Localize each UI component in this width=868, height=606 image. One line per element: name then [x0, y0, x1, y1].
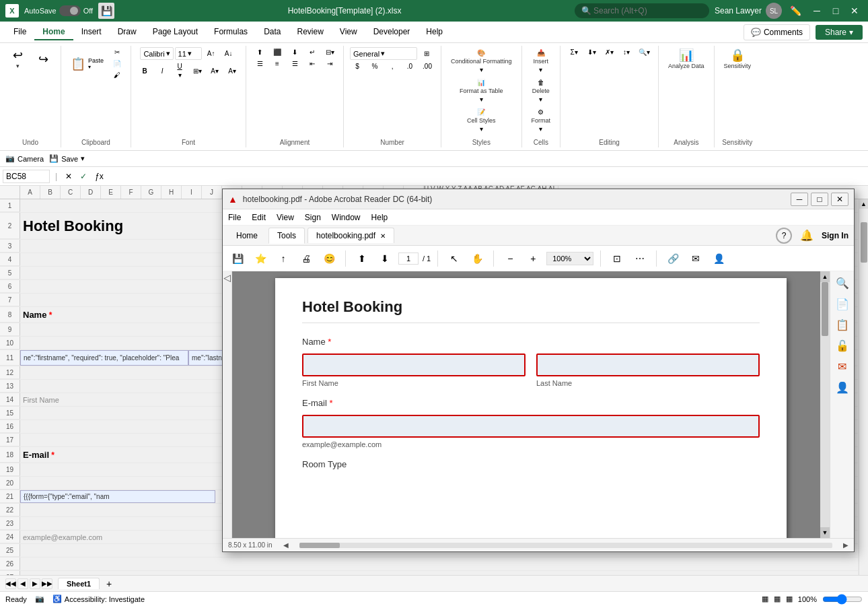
acrobat-collapse-icon[interactable]: ▷ [223, 274, 231, 285]
acrobat-save-tool[interactable]: 💾 [228, 249, 247, 268]
formula-input[interactable] [109, 170, 865, 182]
acrobat-minimize-button[interactable]: ─ [791, 193, 808, 206]
comments-button[interactable]: 💬 Comments [744, 24, 810, 40]
acrobat-select-tool[interactable]: ↖ [445, 249, 464, 268]
conditional-formatting-button[interactable]: 🎨 Conditional Formatting ▾ [447, 47, 516, 75]
number-format-dialog[interactable]: ⊞ [419, 48, 435, 59]
fill-color-button[interactable]: A▾ [207, 66, 223, 76]
close-button[interactable]: ✕ [846, 3, 863, 19]
col-header-i[interactable]: I [182, 186, 202, 199]
first-sheet-button[interactable]: ◀◀ [5, 578, 16, 589]
save-button[interactable]: 💾 Save ▾ [49, 154, 85, 163]
camera-button[interactable]: 📷 Camera [5, 154, 44, 163]
col-header-d[interactable]: D [81, 186, 101, 199]
acrobat-zoom-select[interactable]: 100% 75% 125% 150% [546, 252, 593, 265]
acrobat-tab-tools[interactable]: Tools [268, 228, 305, 244]
acrobat-help-icon[interactable]: ? [776, 228, 792, 244]
sort-button[interactable]: ↕▾ [618, 47, 635, 57]
acrobat-hscrollbar[interactable] [299, 543, 832, 548]
acrobat-hscroll-thumb[interactable] [299, 543, 340, 548]
number-format-dropdown[interactable]: General ▾ [350, 47, 417, 60]
acrobat-right-email-icon[interactable]: ✉ [838, 360, 846, 373]
acrobat-scroll-up[interactable]: ▲ [820, 271, 830, 282]
scroll-up-arrow[interactable]: ▲ [859, 199, 868, 209]
add-sheet-button[interactable]: + [102, 577, 116, 591]
border-button[interactable]: ⊞▾ [189, 66, 205, 76]
acrobat-scroll-down[interactable]: ▼ [820, 527, 830, 538]
format-table-button[interactable]: 📊 Format as Table ▾ [456, 77, 507, 105]
cell-styles-button[interactable]: 📝 Cell Styles ▾ [463, 106, 500, 135]
col-header-a[interactable]: A [20, 186, 40, 199]
clear-button[interactable]: ✗▾ [601, 47, 617, 57]
acrobat-menu-help[interactable]: Help [371, 213, 388, 222]
insert-button[interactable]: 📥 Insert ▾ [529, 47, 553, 75]
acrobat-vscrollbar[interactable]: ▲ ▼ [820, 271, 830, 538]
tab-data[interactable]: Data [256, 24, 289, 40]
autosave-toggle[interactable] [59, 5, 81, 16]
vertical-scrollbar[interactable]: ▲ ▼ [859, 199, 868, 606]
delete-button[interactable]: 🗑 Delete ▾ [528, 77, 554, 105]
confirm-formula-icon[interactable]: ✓ [77, 172, 89, 181]
cell-reference-box[interactable] [3, 170, 50, 183]
pdf-lastname-input[interactable] [536, 354, 760, 376]
autosave-control[interactable]: AutoSave Off [24, 5, 93, 16]
zoom-slider[interactable] [822, 594, 863, 605]
undo-button[interactable]: ↩ ▾ [5, 47, 30, 71]
format-painter-button[interactable]: 🖌 [109, 70, 125, 80]
bold-button[interactable]: B [137, 66, 153, 76]
acrobat-restore-button[interactable]: □ [811, 193, 828, 206]
tab-insert[interactable]: Insert [73, 24, 110, 40]
acrobat-page-input[interactable] [398, 252, 419, 265]
acrobat-scroll-thumb[interactable] [822, 282, 828, 336]
acrobat-tab-home[interactable]: Home [228, 228, 266, 243]
font-name-dropdown[interactable]: Calibri ▾ [140, 47, 173, 60]
tab-page-layout[interactable]: Page Layout [145, 24, 206, 40]
acrobat-zoom-out[interactable]: − [501, 249, 519, 268]
acrobat-menu-sign[interactable]: Sign [305, 213, 321, 222]
merge-button[interactable]: ⊟▾ [322, 47, 338, 57]
acrobat-comment-tool[interactable]: 😊 [320, 249, 338, 268]
acrobat-page-area[interactable]: Hotel Booking Name * First Name Last Nam… [232, 271, 830, 538]
acrobat-right-user-icon[interactable]: 👤 [836, 381, 849, 394]
col-header-g[interactable]: G [141, 186, 161, 199]
autosum-button[interactable]: Σ▾ [566, 47, 582, 57]
col-header-h[interactable]: H [161, 186, 182, 199]
tab-draw[interactable]: Draw [110, 24, 145, 40]
tab-file[interactable]: File [5, 24, 34, 40]
currency-button[interactable]: $ [349, 61, 365, 71]
sheet-tab-sheet1[interactable]: Sheet1 [58, 578, 100, 589]
increase-decimal-button[interactable]: .00 [419, 61, 435, 71]
acrobat-scroll-track[interactable] [820, 282, 830, 527]
acrobat-more-tools[interactable]: ⋯ [630, 249, 649, 268]
find-button[interactable]: 🔍▾ [636, 47, 653, 57]
pdf-firstname-input[interactable] [302, 354, 526, 376]
col-header-b[interactable]: B [40, 186, 61, 199]
acrobat-zoom-in[interactable]: + [523, 249, 542, 268]
acrobat-link-tool[interactable]: 🔗 [663, 249, 682, 268]
comma-button[interactable]: , [384, 61, 400, 71]
align-center-button[interactable]: ≡ [269, 59, 285, 69]
acrobat-right-list-icon[interactable]: 📋 [836, 318, 849, 331]
acrobat-menu-file[interactable]: File [228, 213, 241, 222]
acrobat-tab-close-icon[interactable]: ✕ [380, 232, 386, 240]
increase-indent-button[interactable]: ⇥ [322, 59, 338, 69]
align-left-button[interactable]: ☰ [252, 59, 268, 69]
tab-help[interactable]: Help [418, 24, 451, 40]
align-middle-button[interactable]: ⬛ [269, 47, 285, 57]
acrobat-close-button[interactable]: ✕ [831, 193, 848, 206]
align-right-button[interactable]: ☰ [287, 59, 303, 69]
tab-review[interactable]: Review [289, 24, 331, 40]
restore-button[interactable]: □ [828, 3, 844, 19]
cell-26[interactable] [20, 558, 859, 570]
tab-developer[interactable]: Developer [365, 24, 419, 40]
decrease-indent-button[interactable]: ⇤ [304, 59, 320, 69]
acrobat-fit-page-tool[interactable]: ⊡ [608, 249, 626, 268]
fill-button[interactable]: ⬇▾ [583, 47, 600, 57]
acrobat-tab-document[interactable]: hotelbooking.pdf ✕ [308, 228, 394, 243]
tab-view[interactable]: View [332, 24, 365, 40]
acrobat-prev-page[interactable]: ⬆ [353, 249, 371, 268]
acrobat-email-tool[interactable]: ✉ [686, 249, 705, 268]
cell-email-code[interactable]: {{{form={"type":"email", "nam [20, 490, 215, 503]
tab-home[interactable]: Home [34, 24, 73, 40]
copy-button[interactable]: 📄 [109, 59, 125, 69]
